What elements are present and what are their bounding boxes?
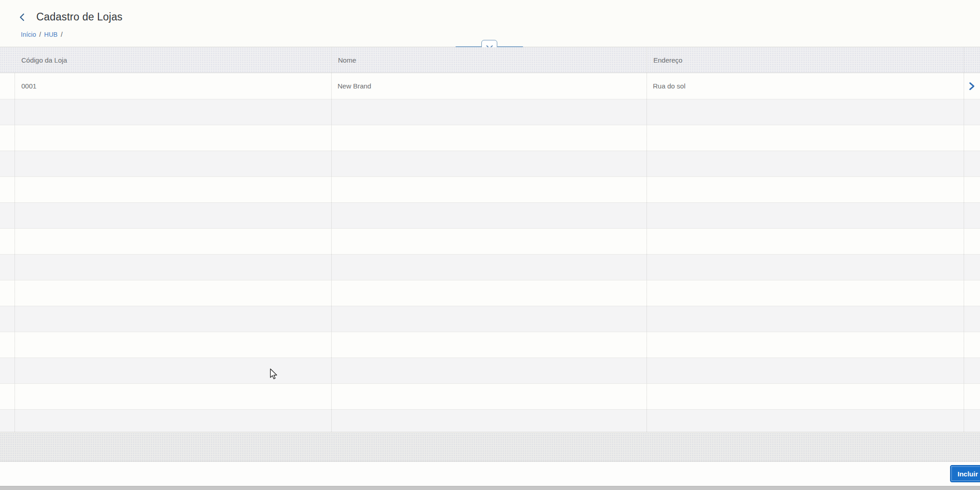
horizontal-scrollbar[interactable] [0,486,980,490]
empty-table-row [0,125,980,151]
page-title: Cadastro de Lojas [36,11,122,23]
table-header-row: Código da Loja Nome Endereço [0,47,980,73]
title-row: Cadastro de Lojas [17,11,122,23]
column-header-codigo-da-loja[interactable]: Código da Loja [15,47,331,73]
breadcrumb-link-hub[interactable]: HUB [44,31,58,38]
cell-codigo: 0001 [15,73,331,99]
empty-table-row [0,410,980,432]
empty-table-row [0,99,980,125]
column-header-nome[interactable]: Nome [331,47,647,73]
empty-table-row [0,177,980,203]
empty-table-row [0,358,980,384]
table-body: 0001 New Brand Rua do sol [0,73,980,432]
empty-table-row [0,332,980,358]
chevron-right-icon [969,82,975,91]
footer-toolbar [0,461,980,486]
breadcrumb: Início / HUB / [21,31,63,38]
back-icon[interactable] [17,12,27,22]
empty-table-row [0,203,980,229]
empty-table-row [0,280,980,306]
row-navigation-cell[interactable] [964,73,980,99]
table-row[interactable]: 0001 New Brand Rua do sol [0,73,980,99]
empty-table-row [0,151,980,177]
breadcrumb-separator: / [61,31,63,38]
breadcrumb-link-inicio[interactable]: Início [21,31,36,38]
cell-endereco: Rua do sol [647,73,964,99]
empty-table-row [0,306,980,332]
breadcrumb-separator: / [39,31,41,38]
empty-table-row [0,255,980,280]
table-footer-area [0,433,980,461]
cell-nome: New Brand [331,73,647,99]
empty-table-row [0,384,980,410]
column-header-navigation [964,47,980,73]
incluir-button[interactable]: Incluir [950,465,980,482]
chevron-left-icon [19,13,26,21]
row-indicator-cell [0,73,15,99]
empty-table-row [0,229,980,255]
table-header-indicator-column [0,47,15,73]
column-header-endereco[interactable]: Endereço [647,47,964,73]
